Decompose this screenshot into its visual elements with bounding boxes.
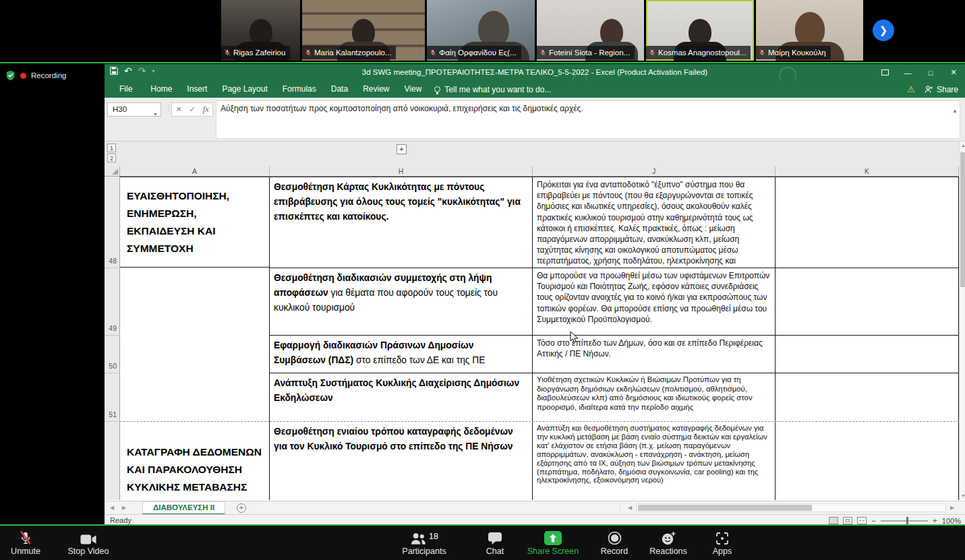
- sheet-nav-next-icon[interactable]: ▶: [122, 505, 126, 511]
- scroll-up-icon[interactable]: ▲: [961, 143, 965, 148]
- select-all-corner[interactable]: [105, 166, 120, 176]
- cell-empty[interactable]: [776, 336, 959, 373]
- cell-description[interactable]: Θα μπορούσε να προωθηθεί μέσω των υφιστά…: [533, 268, 776, 335]
- camera-icon: [80, 534, 96, 545]
- cell-empty[interactable]: [776, 422, 959, 500]
- zoom-level-label[interactable]: 100%: [942, 517, 961, 525]
- unmute-button[interactable]: Unmute: [0, 529, 56, 556]
- participant-name-chip: Φαίη Ορφανίδου Ες(...: [427, 46, 521, 59]
- new-sheet-button[interactable]: +: [237, 503, 246, 513]
- cell-measure[interactable]: Θεσμοθέτηση Κάρτας Κυκλικότητας με πόντο…: [270, 177, 533, 268]
- cancel-entry-icon[interactable]: ✕: [175, 105, 181, 114]
- participant-name-chip: Rigas Zafeiriou: [221, 46, 290, 59]
- row-header-50[interactable]: 50: [105, 362, 117, 370]
- participants-button[interactable]: 18 Participants: [394, 529, 455, 556]
- chat-label: Chat: [465, 547, 525, 556]
- stop-video-button[interactable]: Stop Video: [58, 529, 119, 556]
- row-header-49[interactable]: 49: [105, 324, 117, 332]
- cell-measure[interactable]: Θεσμοθέτηση ενιαίου τρόπου καταγραφής δε…: [270, 422, 533, 500]
- record-label: Record: [584, 547, 645, 556]
- apps-button[interactable]: Apps: [692, 529, 753, 556]
- video-tile[interactable]: Rigas Zafeiriou: [221, 0, 300, 61]
- cell-description[interactable]: Πρόκειται για ένα ανταποδοτικό "έξυπνο" …: [533, 177, 776, 268]
- cell-description[interactable]: Τόσο στο επίπεδο των Δήμων, όσο και σε ε…: [533, 336, 776, 373]
- cell-empty[interactable]: [776, 177, 959, 268]
- next-page-button[interactable]: ❯: [873, 20, 894, 41]
- formula-input[interactable]: Αύξηση των ποσοτήτων προς κομποστοποίηση…: [216, 100, 960, 139]
- cell-category-awareness[interactable]: ΕΥΑΙΣΘΗΤΟΠΟΙΗΣΗ, ΕΝΗΜΕΡΩΣΗ, ΕΚΠΑΙΔΕΥΣΗ Κ…: [120, 177, 270, 268]
- share-screen-button[interactable]: Share Screen: [523, 529, 583, 556]
- vertical-scroll-thumb[interactable]: [960, 152, 965, 287]
- maximize-button[interactable]: □: [919, 64, 942, 81]
- column-header-k[interactable]: K: [776, 166, 959, 176]
- chat-button[interactable]: Chat: [465, 529, 525, 556]
- video-tile[interactable]: Maria Kalantzopoulo...: [302, 0, 425, 61]
- video-tile-active-speaker[interactable]: Kosmas Anagnostopoul...: [646, 0, 754, 61]
- security-shield-icon[interactable]: [5, 70, 16, 81]
- cell-measure[interactable]: Θεσμοθέτηση διαδικασιών συμμετοχής στη λ…: [270, 268, 533, 335]
- video-tile[interactable]: Foteini Siota - Region...: [537, 0, 644, 61]
- name-box-dropdown-icon[interactable]: ▼: [153, 108, 158, 121]
- column-header-h[interactable]: H: [270, 166, 533, 176]
- sheet-tab-active[interactable]: ΔΙΑΒΟΥΛΕΥΣΗ ΙΙ: [142, 501, 225, 515]
- reactions-button[interactable]: Reactions: [638, 529, 699, 556]
- tab-page-layout[interactable]: Page Layout: [214, 81, 274, 98]
- outline-level-1-button[interactable]: 1: [107, 144, 116, 152]
- row-header-48[interactable]: 48: [105, 257, 117, 265]
- mic-off-icon: [430, 49, 436, 57]
- hscroll-left-icon[interactable]: ◀: [628, 505, 632, 511]
- formula-bar-collapse-icon[interactable]: ▲: [952, 105, 958, 117]
- record-button[interactable]: Record: [584, 529, 645, 556]
- tell-me-box[interactable]: Tell me what you want to do...: [429, 85, 551, 94]
- description-text: Θα μπορούσε να προωθηθεί μέσω των υφιστά…: [537, 271, 769, 324]
- tell-me-label: Tell me what you want to do...: [444, 85, 551, 94]
- cell-empty[interactable]: [776, 268, 959, 335]
- tab-review[interactable]: Review: [355, 81, 397, 98]
- cell-category-empty[interactable]: [120, 268, 270, 421]
- video-tile[interactable]: Φαίη Ορφανίδου Ες(...: [427, 0, 535, 61]
- page-layout-view-icon[interactable]: [843, 517, 852, 524]
- description-text: Ανάπτυξη και θεσμοθέτηση συστήματος κατα…: [537, 424, 767, 484]
- vertical-scrollbar[interactable]: ▲ ▼: [959, 142, 965, 500]
- tab-home[interactable]: Home: [143, 81, 179, 98]
- column-header-j[interactable]: J: [533, 166, 776, 176]
- outline-level-2-button[interactable]: 2: [107, 154, 116, 162]
- cell-description[interactable]: Ανάπτυξη και θεσμοθέτηση συστήματος κατα…: [533, 422, 776, 500]
- description-text: Πρόκειται για ένα ανταποδοτικό "έξυπνο" …: [537, 180, 753, 268]
- tab-data[interactable]: Data: [324, 81, 355, 98]
- video-tile[interactable]: Μαίρη Κουκούλη: [756, 0, 863, 61]
- name-box[interactable]: H30 ▼: [107, 102, 161, 117]
- column-header-a[interactable]: A: [120, 166, 270, 176]
- cell-measure[interactable]: Εφαρμογή διαδικασιών Πράσινων Δημοσίων Σ…: [270, 336, 533, 373]
- ribbon-display-options-icon[interactable]: [873, 64, 896, 81]
- activation-warning-icon[interactable]: ⚠: [907, 81, 915, 98]
- cell-measure[interactable]: Ανάπτυξη Συστήματος Κυκλικής Διαχείρισης…: [270, 373, 533, 421]
- horizontal-scrollbar[interactable]: [636, 503, 946, 512]
- cell-empty[interactable]: [776, 373, 959, 421]
- close-button[interactable]: ✕: [942, 64, 965, 81]
- tab-insert[interactable]: Insert: [179, 81, 214, 98]
- insert-function-icon[interactable]: fx: [203, 104, 209, 115]
- zoom-slider-thumb[interactable]: [906, 517, 908, 525]
- share-button[interactable]: Share: [925, 85, 958, 94]
- scroll-down-icon[interactable]: ▼: [961, 493, 965, 499]
- recording-label: Recording: [31, 71, 66, 80]
- sheet-nav-prev-icon[interactable]: ◀: [110, 505, 114, 511]
- tab-file[interactable]: File: [105, 81, 143, 98]
- normal-view-icon[interactable]: [829, 517, 838, 524]
- horizontal-scroll-thumb[interactable]: [638, 505, 812, 511]
- cell-description[interactable]: Υιοθέτηση σχετικών Κυκλικών ή Βιώσιμων Π…: [533, 373, 776, 421]
- page-break-preview-icon[interactable]: [857, 517, 867, 524]
- outline-expand-button[interactable]: +: [397, 144, 407, 154]
- hscroll-right-icon[interactable]: ▶: [950, 505, 954, 511]
- minimize-button[interactable]: —: [896, 64, 919, 81]
- confirm-entry-icon[interactable]: ✓: [189, 105, 196, 114]
- participants-label: Participants: [394, 547, 455, 556]
- tab-view[interactable]: View: [397, 81, 430, 98]
- zoom-slider[interactable]: [881, 520, 928, 522]
- row-header-51[interactable]: 51: [105, 410, 117, 418]
- cell-category-data-recording[interactable]: ΚΑΤΑΓΡΑΦΗ ΔΕΔΟΜΕΝΩΝ ΚΑΙ ΠΑΡΑΚΟΛΟΥΘΗΣΗ ΚΥ…: [120, 421, 270, 500]
- tab-formulas[interactable]: Formulas: [275, 81, 324, 98]
- category-text: ΚΑΤΑΓΡΑΦΗ ΔΕΔΟΜΕΝΩΝ ΚΑΙ ΠΑΡΑΚΟΛΟΥΘΗΣΗ ΚΥ…: [127, 446, 262, 493]
- tab-scrollbar-divider[interactable]: ⋮: [617, 504, 624, 511]
